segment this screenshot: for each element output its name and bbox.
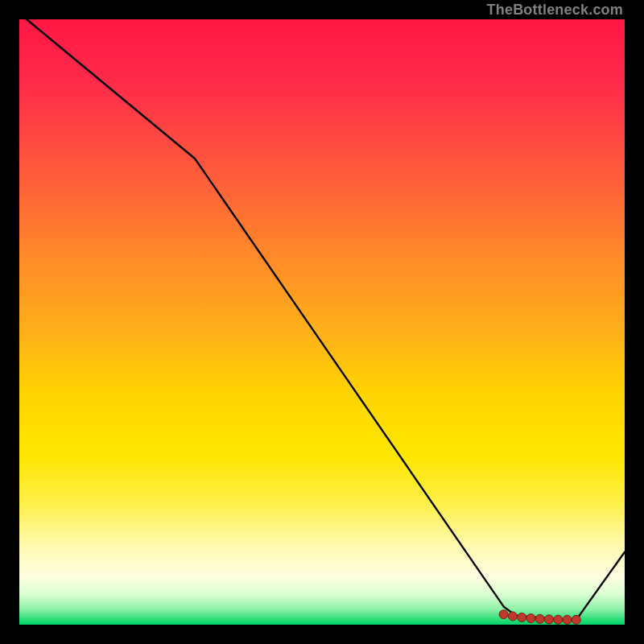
marker-dot bbox=[572, 615, 580, 624]
chart-overlay bbox=[19, 19, 625, 625]
bottleneck-curve-line bbox=[19, 13, 625, 620]
marker-dot bbox=[535, 614, 544, 623]
marker-dot bbox=[545, 615, 554, 624]
marker-dot bbox=[508, 612, 517, 621]
chart-frame: TheBottleneck.com bbox=[0, 0, 644, 644]
marker-dot bbox=[526, 614, 535, 623]
marker-dot bbox=[554, 615, 563, 624]
marker-dot bbox=[563, 615, 572, 624]
marker-dot bbox=[518, 613, 526, 621]
watermark-text: TheBottleneck.com bbox=[487, 2, 623, 19]
bottleneck-band-markers bbox=[499, 610, 580, 625]
marker-dot bbox=[499, 610, 508, 619]
